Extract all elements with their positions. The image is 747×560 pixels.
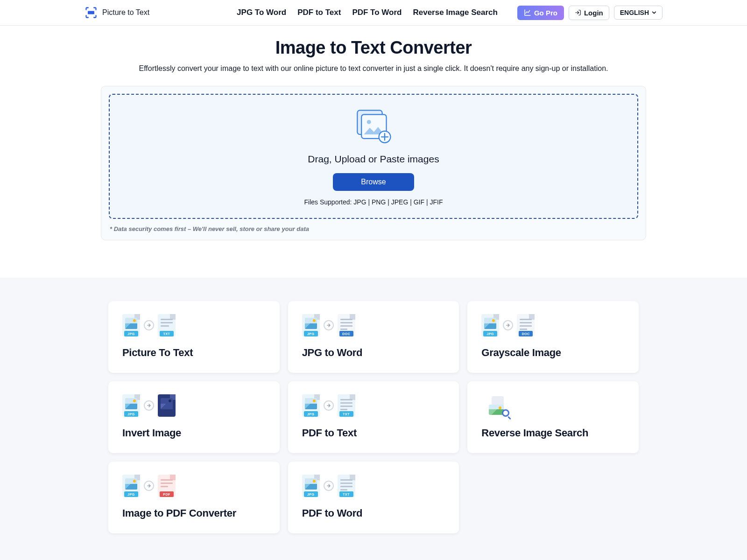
arrow-right-icon [324,400,334,411]
site-header: Picture to Text JPG To Word PDF to Text … [0,0,747,26]
arrow-right-icon [144,320,154,330]
arrow-right-icon [503,320,513,330]
svg-point-3 [367,120,371,124]
nav-pdf-to-text[interactable]: PDF to Text [297,8,341,17]
chevron-down-icon [652,10,656,15]
card-title: Reverse Image Search [481,427,625,439]
card-icon: JPG [122,393,266,418]
card-title: Grayscale Image [481,347,625,359]
card-title: Image to PDF Converter [122,507,266,519]
page-title: Image to Text Converter [85,38,662,58]
card-jpg-to-word[interactable]: JPG DOC JPG to Word [288,301,459,373]
card-title: PDF to Text [302,427,445,439]
brand[interactable]: Picture to Text [85,6,149,19]
tools-section: JPG TXT Picture To Text JPG DOC JPG to W… [0,278,747,560]
card-icon: JPG PDF [122,474,266,498]
login-icon [575,9,581,16]
upload-image-icon [355,109,392,145]
arrow-right-icon [144,400,154,411]
security-note: * Data security comes first – We'll neve… [109,225,638,232]
nav-jpg-to-word[interactable]: JPG To Word [237,8,286,17]
card-title: Picture To Text [122,347,266,359]
page-subtitle: Effortlessly convert your image to text … [85,64,662,73]
card-grayscale-image[interactable]: JPG DOC Grayscale Image [467,301,639,373]
language-selector[interactable]: ENGLISH [614,6,662,20]
card-icon: JPG TXT [122,313,266,337]
upload-headline: Drag, Upload or Paste images [308,154,439,165]
card-picture-to-text[interactable]: JPG TXT Picture To Text [108,301,280,373]
brand-text: Picture to Text [102,8,149,17]
chart-icon [524,9,531,16]
uploader-card: Drag, Upload or Paste images Browse File… [101,86,646,240]
card-image-to-pdf[interactable]: JPG PDF Image to PDF Converter [108,462,280,533]
arrow-right-icon [324,320,334,330]
go-pro-label: Go Pro [534,9,557,17]
language-label: ENGLISH [620,9,649,16]
card-pdf-to-word[interactable]: JPG TXT PDF to Word [288,462,459,533]
nav-reverse-image-search[interactable]: Reverse Image Search [413,8,497,17]
brand-icon [85,6,98,19]
card-pdf-to-text[interactable]: JPG TXT PDF to Text [288,381,459,453]
browse-button[interactable]: Browse [333,173,414,191]
card-icon: JPG DOC [302,313,445,337]
card-invert-image[interactable]: JPG Invert Image [108,381,280,453]
card-icon: JPG DOC [481,313,625,337]
upload-dropzone[interactable]: Drag, Upload or Paste images Browse File… [109,94,638,219]
go-pro-button[interactable]: Go Pro [517,6,564,20]
card-title: JPG to Word [302,347,445,359]
card-icon: JPG TXT [302,393,445,418]
svg-rect-0 [88,11,94,14]
card-title: PDF to Word [302,507,445,519]
card-title: Invert Image [122,427,266,439]
card-icon: JPG TXT [302,474,445,498]
arrow-right-icon [324,481,334,491]
login-label: Login [584,9,603,17]
card-icon [481,393,625,418]
nav-pdf-to-word[interactable]: PDF To Word [352,8,402,17]
arrow-right-icon [144,481,154,491]
login-button[interactable]: Login [569,6,609,20]
card-reverse-image-search[interactable]: Reverse Image Search [467,381,639,453]
hero-section: Image to Text Converter Effortlessly con… [77,26,670,259]
supported-formats: Files Supported: JPG | PNG | JPEG | GIF … [304,198,443,206]
main-nav: JPG To Word PDF to Text PDF To Word Reve… [237,6,662,20]
